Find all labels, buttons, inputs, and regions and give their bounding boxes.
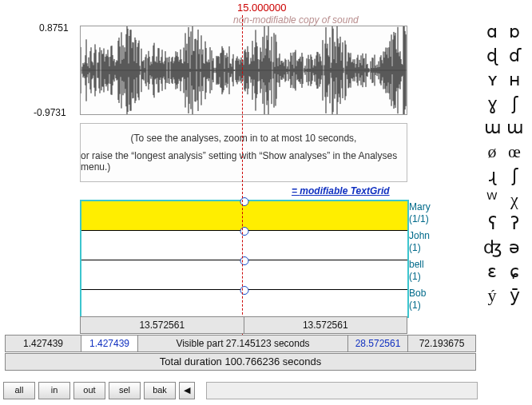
ipa-symbol-palette: ɑɒɖɗʏʜɣʃɯɯøœɻʃᵂχʕʔʤəɛɕýȳ xyxy=(482,21,530,307)
timeline-halves[interactable]: 13.572561 13.572561 xyxy=(80,316,407,334)
tier-name-4: Bob(1) xyxy=(409,288,426,312)
modifiable-textgrid-label: = modifiable TextGrid xyxy=(292,185,390,197)
ipa-symbol[interactable]: ý xyxy=(482,284,502,307)
timeline-right-half[interactable]: 13.572561 xyxy=(244,317,407,333)
horizontal-scrollbar[interactable] xyxy=(206,382,478,399)
hint-line-2: or raise the “longest analysis” setting … xyxy=(81,150,407,173)
ipa-symbol[interactable]: ɕ xyxy=(505,260,524,283)
ipa-symbol[interactable]: ɛ xyxy=(482,260,502,283)
textgrid-panel[interactable] xyxy=(80,200,409,318)
timeline-total[interactable]: Total duration 100.766236 seconds xyxy=(5,353,476,371)
ipa-symbol[interactable]: ɯ xyxy=(505,117,524,139)
visible-part-label[interactable]: Visible part 27.145123 seconds xyxy=(138,336,348,351)
window-end-time[interactable]: 28.572561 xyxy=(348,336,408,351)
ipa-symbol[interactable]: ø xyxy=(482,141,502,163)
timeline-visible[interactable]: 1.427439 1.427439 Visible part 27.145123… xyxy=(5,335,476,352)
ipa-symbol[interactable]: ȳ xyxy=(505,284,524,307)
hint-line-1: (To see the analyses, zoom in to at most… xyxy=(131,133,357,144)
scroll-left-button[interactable]: ◀ xyxy=(179,382,195,399)
ipa-symbol[interactable]: ʃ xyxy=(505,93,524,115)
ipa-symbol[interactable]: ɒ xyxy=(505,21,524,43)
ipa-symbol[interactable]: ə xyxy=(505,236,524,259)
zoom-sel-button[interactable]: sel xyxy=(109,382,141,399)
ipa-symbol[interactable]: χ xyxy=(505,189,524,211)
amplitude-max: 0.8751 xyxy=(39,22,69,34)
ipa-symbol[interactable]: ɗ xyxy=(505,45,524,67)
non-modifiable-label: non-modifiable copy of sound xyxy=(233,14,359,26)
window-start-time[interactable]: 1.427439 xyxy=(81,336,138,351)
ipa-symbol[interactable]: ɻ xyxy=(482,165,502,187)
ipa-symbol[interactable]: ʃ xyxy=(505,165,524,187)
zoom-all-button[interactable]: all xyxy=(3,382,35,399)
ipa-symbol[interactable]: œ xyxy=(505,141,524,163)
tier-name-1: Mary(1/1) xyxy=(409,201,431,225)
amplitude-min: -0.9731 xyxy=(34,107,66,118)
analysis-hint-panel: (To see the analyses, zoom in to at most… xyxy=(80,123,407,182)
tier-row-4[interactable] xyxy=(81,290,407,319)
postwindow-duration[interactable]: 72.193675 xyxy=(408,336,475,351)
ipa-symbol[interactable]: ʏ xyxy=(482,69,502,91)
ipa-symbol[interactable]: ɑ xyxy=(482,21,502,43)
ipa-symbol[interactable]: ʜ xyxy=(505,69,524,91)
ipa-symbol[interactable]: ʔ xyxy=(505,212,524,235)
cursor-line[interactable] xyxy=(242,15,243,343)
ipa-symbol[interactable]: ʤ xyxy=(482,236,502,259)
waveform-svg xyxy=(81,26,407,114)
waveform-panel[interactable] xyxy=(80,26,407,115)
ipa-symbol[interactable]: ᵂ xyxy=(482,189,502,211)
ipa-symbol[interactable]: ɖ xyxy=(482,45,502,67)
ipa-symbol[interactable]: ɯ xyxy=(482,117,502,139)
tier-name-2: John(1) xyxy=(409,230,430,254)
prewindow-duration[interactable]: 1.427439 xyxy=(6,336,81,351)
zoom-in-button[interactable]: in xyxy=(38,382,70,399)
tier-name-3: bell(1) xyxy=(409,259,424,283)
ipa-symbol[interactable]: ʕ xyxy=(482,212,502,235)
zoom-bak-button[interactable]: bak xyxy=(144,382,176,399)
cursor-time-label: 15.000000 xyxy=(237,2,286,14)
timeline-left-half[interactable]: 13.572561 xyxy=(81,317,244,333)
zoom-out-button[interactable]: out xyxy=(73,382,105,399)
ipa-symbol[interactable]: ɣ xyxy=(482,93,502,115)
